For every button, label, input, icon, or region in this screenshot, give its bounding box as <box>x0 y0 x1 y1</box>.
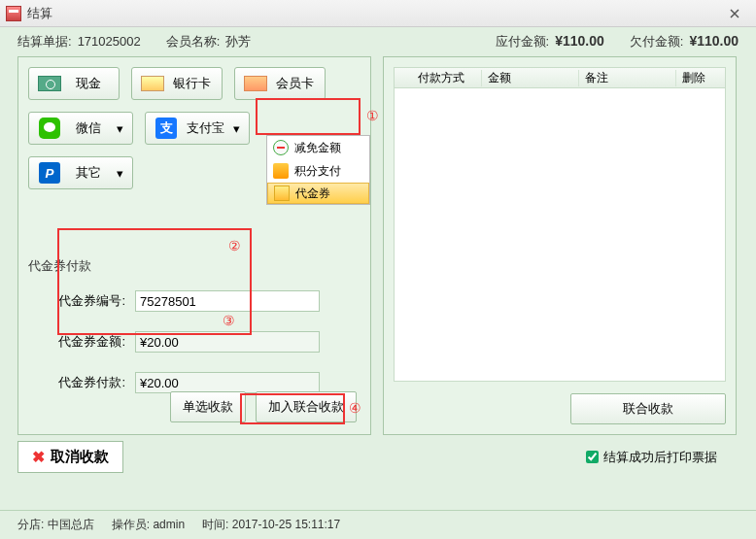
cancel-collect-button[interactable]: ✖ 取消收款 <box>17 441 123 473</box>
chevron-down-icon: ▾ <box>229 121 243 136</box>
dropdown-points[interactable]: 积分支付 <box>267 159 369 183</box>
bill-number: 171025002 <box>78 34 141 49</box>
annotation-2: ② <box>228 238 241 253</box>
table-body <box>394 88 726 382</box>
bill-label: 结算单据: <box>17 33 72 51</box>
voucher-pay-input <box>135 372 320 393</box>
header-info: 结算单据: 171025002 会员名称: 孙芳 应付金额: ¥110.00 欠… <box>0 27 756 51</box>
cancel-label: 取消收款 <box>51 448 109 466</box>
chevron-down-icon: ▾ <box>113 166 126 181</box>
member-name: 孙芳 <box>225 33 251 51</box>
other-label: 其它 <box>64 164 113 182</box>
dropdown-voucher[interactable]: 代金券 <box>267 183 369 204</box>
alipay-icon: 支 <box>155 118 177 139</box>
status-time: 2017-10-25 15:11:17 <box>232 518 340 531</box>
chevron-down-icon: ▾ <box>113 121 126 136</box>
dropdown-points-label: 积分支付 <box>294 163 341 180</box>
member-card-icon <box>244 76 267 91</box>
wechat-icon <box>39 118 60 139</box>
alipay-button[interactable]: 支 支付宝 ▾ <box>145 112 250 145</box>
combine-collect-button[interactable]: 联合收款 <box>570 393 726 424</box>
print-label: 结算成功后打印票据 <box>603 449 717 466</box>
member-card-button[interactable]: 会员卡 <box>234 67 326 100</box>
cash-label: 现金 <box>64 75 113 92</box>
voucher-icon <box>274 185 290 201</box>
dropdown-reduce-label: 减免金额 <box>294 140 341 156</box>
dropdown-reduce[interactable]: 减免金额 <box>267 136 369 159</box>
x-icon: ✖ <box>32 448 45 466</box>
app-icon <box>6 6 21 21</box>
branch-name: 中国总店 <box>48 518 94 531</box>
operator-name: admin <box>153 518 185 531</box>
title-bar: 结算 <box>0 0 756 27</box>
other-button[interactable]: P 其它 ▾ <box>28 156 133 189</box>
print-after-settle[interactable]: 结算成功后打印票据 <box>582 448 739 466</box>
dropdown-voucher-label: 代金券 <box>295 185 330 202</box>
voucher-pay-label: 代金券付款: <box>28 374 135 391</box>
print-checkbox[interactable] <box>586 451 599 463</box>
other-dropdown: 减免金额 积分支付 代金券 <box>266 135 370 205</box>
voucher-code-label: 代金券编号: <box>28 292 135 310</box>
annotation-1: ① <box>366 108 379 123</box>
col-remark: 备注 <box>579 70 676 86</box>
table-header: 付款方式 金额 备注 删除 <box>394 67 726 88</box>
bank-card-button[interactable]: 银行卡 <box>131 67 223 100</box>
bank-label: 银行卡 <box>167 75 216 92</box>
window-title: 结算 <box>27 5 52 22</box>
join-combine-button[interactable]: 加入联合收款 <box>256 391 357 422</box>
cash-button[interactable]: 现金 <box>28 67 120 100</box>
right-panel: 付款方式 金额 备注 删除 联合收款 <box>383 56 737 435</box>
voucher-amount-input <box>135 331 320 353</box>
status-bar: 分店: 中国总店 操作员: admin 时间: 2017-10-25 15:11… <box>0 510 756 539</box>
voucher-section-title: 代金券付款 <box>28 257 361 275</box>
bank-card-icon <box>141 76 164 91</box>
cash-icon <box>38 76 61 91</box>
close-button[interactable] <box>719 4 750 23</box>
medal-icon <box>273 163 289 179</box>
member-label: 会员名称: <box>166 33 221 51</box>
due-label: 应付金额: <box>496 33 550 51</box>
voucher-amount-label: 代金券金额: <box>28 333 135 351</box>
owe-label: 欠付金额: <box>630 33 684 51</box>
minus-icon <box>273 140 289 155</box>
owe-amount: ¥110.00 <box>689 33 739 49</box>
other-icon: P <box>39 162 60 184</box>
voucher-code-input[interactable] <box>135 290 320 312</box>
member-label: 会员卡 <box>270 75 319 92</box>
single-collect-button[interactable]: 单选收款 <box>170 391 246 422</box>
close-icon <box>730 9 739 18</box>
due-amount: ¥110.00 <box>555 33 604 49</box>
col-amount: 金额 <box>482 70 579 86</box>
col-method: 付款方式 <box>395 70 482 86</box>
left-panel: 现金 银行卡 会员卡 微信 ▾ 支 支付宝 ▾ P 其它 <box>17 56 371 435</box>
wechat-label: 微信 <box>64 119 113 137</box>
wechat-button[interactable]: 微信 ▾ <box>28 112 133 145</box>
col-delete: 删除 <box>676 70 725 86</box>
alipay-label: 支付宝 <box>181 119 229 137</box>
